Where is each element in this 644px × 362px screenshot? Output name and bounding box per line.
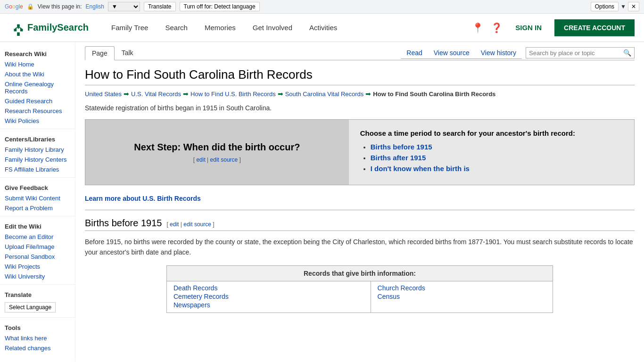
step-box-edit: [ edit | edit source ] (193, 156, 241, 163)
turn-off-button[interactable]: Turn off for: Detect language (180, 2, 260, 11)
sidebar-section-tools: Tools (0, 321, 75, 333)
breadcrumb-us[interactable]: United States (85, 90, 122, 98)
sidebar-item-about-wiki[interactable]: About the Wiki (0, 69, 75, 79)
breadcrumb-us-birth[interactable]: How to Find U.S. Birth Records (190, 90, 276, 98)
create-account-button[interactable]: CREATE ACCOUNT (554, 19, 635, 36)
nav-memories[interactable]: Memories (196, 14, 244, 42)
sidebar-item-family-history-centers[interactable]: Family History Centers (0, 155, 75, 165)
breadcrumb-sc-vital[interactable]: South Carolina Vital Records (285, 90, 364, 98)
step-edit-source-link[interactable]: edit source (210, 156, 238, 163)
sidebar-item-personal-sandbox[interactable]: Personal Sandbox (0, 252, 75, 262)
svg-rect-4 (17, 32, 20, 36)
sidebar-item-guided-research[interactable]: Guided Research (0, 96, 75, 106)
list-item: Births after 1915 (371, 154, 623, 162)
sidebar-item-online-genealogy[interactable]: Online Genealogy Records (0, 79, 75, 96)
table-row: Death Records Cemetery Records Newspaper… (167, 281, 553, 313)
search-wiki-input[interactable] (529, 49, 623, 57)
sidebar-item-research-resources[interactable]: Research Resources (0, 106, 75, 116)
svg-rect-1 (14, 28, 17, 31)
sidebar-section-research-wiki: Research Wiki (0, 47, 75, 59)
article-intro: Statewide registration of births began i… (85, 104, 635, 112)
breadcrumb-arrow-1: ➡ (124, 90, 129, 98)
sidebar-item-wiki-university[interactable]: Wiki University (0, 272, 75, 281)
translate-button[interactable]: Translate (144, 2, 176, 11)
sidebar-item-become-editor[interactable]: Become an Editor (0, 232, 75, 242)
sidebar-item-wiki-projects[interactable]: Wiki Projects (0, 262, 75, 272)
sidebar-item-upload-file[interactable]: Upload File/Image (0, 242, 75, 252)
breadcrumb-arrow-4: ➡ (365, 90, 371, 98)
nav-search[interactable]: Search (157, 14, 196, 42)
step-box-left: Next Step: When did the birth occur? [ e… (85, 120, 349, 185)
google-logo: Google (5, 3, 23, 10)
sidebar-divider-5 (0, 317, 75, 318)
sidebar-section-give-feedback: Give Feedback (0, 181, 75, 193)
select-language-button[interactable]: Select Language (5, 302, 56, 313)
sidebar-item-wiki-home[interactable]: Wiki Home (0, 59, 75, 69)
tab-view-source[interactable]: View source (428, 47, 475, 59)
breadcrumb-vital[interactable]: U.S. Vital Records (131, 90, 181, 98)
table-cell-col2: Church Records Census (371, 281, 553, 313)
section-edit-source-link[interactable]: edit source (183, 221, 211, 228)
births-after-1915-link[interactable]: Births after 1915 (371, 154, 426, 162)
tab-bar: Page Talk Read View source View history … (85, 42, 635, 60)
sidebar-item-related-changes[interactable]: Related changes (0, 343, 75, 353)
step-edit-link[interactable]: edit (196, 156, 205, 163)
main-nav: Family Tree Search Memories Get Involved… (103, 14, 472, 42)
newspapers-link[interactable]: Newspapers (173, 301, 364, 309)
census-link[interactable]: Census (378, 293, 546, 300)
sidebar-item-submit-wiki[interactable]: Submit Wiki Content (0, 193, 75, 203)
records-table-header: Records that give birth information: (167, 265, 553, 281)
step-choose-title: Choose a time period to search for your … (360, 129, 623, 137)
sidebar-item-wiki-policies[interactable]: Wiki Policies (0, 116, 75, 126)
step-box-right: Choose a time period to search for your … (349, 120, 634, 185)
sidebar-section-edit-wiki: Edit the Wiki (0, 219, 75, 232)
logo-link[interactable]: FamilySearch (9, 19, 89, 37)
step-box: Next Step: When did the birth occur? [ e… (85, 119, 635, 185)
learn-more-link[interactable]: Learn more about U.S. Birth Records (85, 195, 201, 202)
sidebar-divider-1 (0, 129, 75, 129)
nav-activities[interactable]: Activities (301, 14, 346, 42)
sidebar-section-translate: Translate (0, 288, 75, 300)
main-header: FamilySearch Family Tree Search Memories… (0, 14, 644, 42)
dont-know-link[interactable]: I don't know when the birth is (371, 165, 470, 173)
sidebar-item-what-links-here[interactable]: What links here (0, 333, 75, 343)
nav-get-involved[interactable]: Get Involved (244, 14, 301, 42)
tab-talk[interactable]: Talk (115, 46, 140, 60)
search-wiki-button[interactable]: 🔍 (623, 49, 631, 57)
svg-rect-2 (20, 28, 23, 31)
search-wiki-box: 🔍 (526, 47, 635, 58)
language-link[interactable]: English (86, 3, 104, 10)
cemetery-records-link[interactable]: Cemetery Records (173, 293, 364, 300)
nav-family-tree[interactable]: Family Tree (103, 14, 157, 42)
sidebar-divider-2 (0, 177, 75, 178)
sidebar-item-family-history-library[interactable]: Family History Library (0, 145, 75, 155)
breadcrumb-current: How to Find South Carolina Birth Records (373, 90, 495, 98)
translate-bar: Google 🔒 View this page in: English ▼ En… (0, 0, 644, 14)
header-right: 📍 ❓ SIGN IN CREATE ACCOUNT (472, 19, 635, 36)
step-options-list: Births before 1915 Births after 1915 I d… (360, 143, 623, 173)
close-button[interactable]: ✕ (628, 2, 639, 11)
options-arrow: ▼ (620, 3, 626, 10)
list-item: Births before 1915 (371, 143, 623, 151)
section-heading-births-before-1915: Births before 1915 [ edit | edit source … (85, 218, 635, 231)
location-icon[interactable]: 📍 (472, 22, 484, 33)
translate-prefix: View this page in: (38, 3, 82, 10)
tab-page[interactable]: Page (85, 46, 115, 60)
sidebar-divider-4 (0, 284, 75, 285)
sidebar-item-report-problem[interactable]: Report a Problem (0, 203, 75, 213)
familysearch-logo-icon (9, 19, 27, 37)
death-records-link[interactable]: Death Records (173, 284, 364, 292)
tab-view-history[interactable]: View history (475, 47, 522, 59)
options-button[interactable]: Options (591, 2, 619, 11)
church-records-link[interactable]: Church Records (378, 284, 546, 292)
section-edit-links: [ edit | edit source ] (166, 221, 214, 228)
main-content: Page Talk Read View source View history … (75, 42, 644, 362)
births-before-1915-link[interactable]: Births before 1915 (371, 143, 432, 151)
section-edit-link[interactable]: edit (170, 221, 179, 228)
help-icon[interactable]: ❓ (491, 22, 503, 33)
language-select[interactable]: ▼ English (108, 2, 140, 11)
sidebar-item-fs-affiliate-libraries[interactable]: FS Affiliate Libraries (0, 165, 75, 174)
learn-more-section: Learn more about U.S. Birth Records (85, 195, 635, 202)
tab-read[interactable]: Read (401, 47, 428, 59)
sign-in-button[interactable]: SIGN IN (510, 20, 547, 35)
